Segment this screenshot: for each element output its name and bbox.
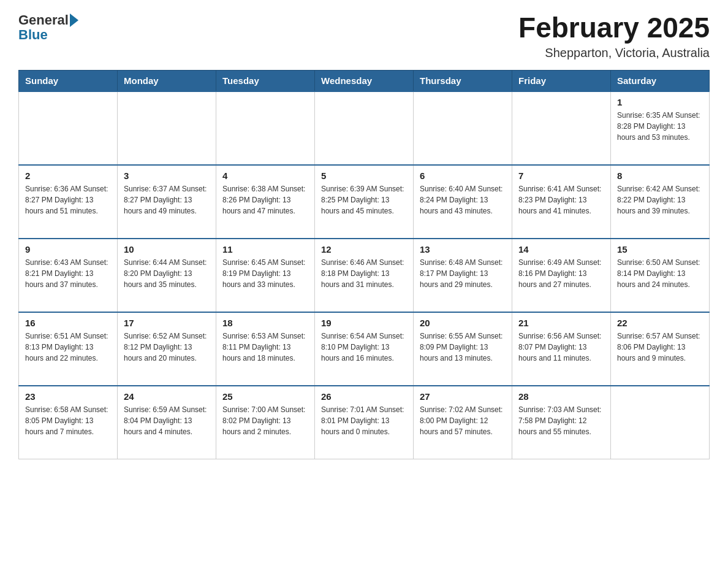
day-info: Sunrise: 7:01 AM Sunset: 8:01 PM Dayligh…	[321, 404, 407, 437]
calendar-cell: 3Sunrise: 6:37 AM Sunset: 8:27 PM Daylig…	[118, 165, 216, 239]
day-info: Sunrise: 6:44 AM Sunset: 8:20 PM Dayligh…	[124, 257, 210, 290]
day-info: Sunrise: 6:35 AM Sunset: 8:28 PM Dayligh…	[617, 110, 703, 143]
calendar-cell: 28Sunrise: 7:03 AM Sunset: 7:58 PM Dayli…	[512, 386, 611, 459]
calendar-cell: 7Sunrise: 6:41 AM Sunset: 8:23 PM Daylig…	[512, 165, 611, 239]
day-number: 13	[420, 244, 506, 255]
day-info: Sunrise: 6:48 AM Sunset: 8:17 PM Dayligh…	[420, 257, 506, 290]
day-number: 3	[124, 170, 210, 181]
day-number: 17	[124, 318, 210, 328]
day-number: 9	[25, 244, 111, 255]
day-number: 19	[321, 318, 407, 328]
weekday-header-tuesday: Tuesday	[216, 70, 315, 91]
day-number: 25	[222, 391, 308, 402]
day-number: 4	[222, 170, 308, 181]
day-info: Sunrise: 6:43 AM Sunset: 8:21 PM Dayligh…	[25, 257, 111, 290]
day-info: Sunrise: 6:46 AM Sunset: 8:18 PM Dayligh…	[321, 257, 407, 290]
calendar-cell: 27Sunrise: 7:02 AM Sunset: 8:00 PM Dayli…	[414, 386, 512, 459]
calendar-week-row: 2Sunrise: 6:36 AM Sunset: 8:27 PM Daylig…	[19, 165, 710, 239]
day-info: Sunrise: 6:55 AM Sunset: 8:09 PM Dayligh…	[420, 331, 506, 364]
day-info: Sunrise: 6:52 AM Sunset: 8:12 PM Dayligh…	[124, 331, 210, 364]
calendar-cell	[118, 91, 216, 165]
calendar-cell: 18Sunrise: 6:53 AM Sunset: 8:11 PM Dayli…	[216, 312, 315, 386]
day-info: Sunrise: 6:42 AM Sunset: 8:22 PM Dayligh…	[617, 183, 703, 216]
calendar-cell	[216, 91, 315, 165]
day-info: Sunrise: 6:36 AM Sunset: 8:27 PM Dayligh…	[25, 183, 111, 216]
calendar-cell	[414, 91, 512, 165]
logo-blue-text: Blue	[18, 27, 78, 43]
day-number: 16	[25, 318, 111, 328]
day-info: Sunrise: 6:53 AM Sunset: 8:11 PM Dayligh…	[222, 331, 308, 364]
day-number: 20	[420, 318, 506, 328]
calendar-cell: 11Sunrise: 6:45 AM Sunset: 8:19 PM Dayli…	[216, 239, 315, 312]
title-block: February 2025 Shepparton, Victoria, Aust…	[518, 12, 710, 60]
day-info: Sunrise: 7:02 AM Sunset: 8:00 PM Dayligh…	[420, 404, 506, 437]
calendar-table: SundayMondayTuesdayWednesdayThursdayFrid…	[18, 70, 710, 460]
day-info: Sunrise: 6:58 AM Sunset: 8:05 PM Dayligh…	[25, 404, 111, 437]
calendar-cell: 13Sunrise: 6:48 AM Sunset: 8:17 PM Dayli…	[414, 239, 512, 312]
calendar-cell: 15Sunrise: 6:50 AM Sunset: 8:14 PM Dayli…	[611, 239, 710, 312]
calendar-cell: 24Sunrise: 6:59 AM Sunset: 8:04 PM Dayli…	[118, 386, 216, 459]
day-number: 22	[617, 318, 703, 328]
day-number: 8	[617, 170, 703, 181]
day-info: Sunrise: 6:51 AM Sunset: 8:13 PM Dayligh…	[25, 331, 111, 364]
calendar-cell: 16Sunrise: 6:51 AM Sunset: 8:13 PM Dayli…	[19, 312, 118, 386]
calendar-cell: 12Sunrise: 6:46 AM Sunset: 8:18 PM Dayli…	[315, 239, 414, 312]
day-number: 18	[222, 318, 308, 328]
day-number: 14	[518, 244, 604, 255]
calendar-cell: 9Sunrise: 6:43 AM Sunset: 8:21 PM Daylig…	[19, 239, 118, 312]
weekday-header-saturday: Saturday	[611, 70, 710, 91]
logo: General Blue	[18, 12, 78, 43]
day-number: 2	[25, 170, 111, 181]
calendar-cell: 23Sunrise: 6:58 AM Sunset: 8:05 PM Dayli…	[19, 386, 118, 459]
day-info: Sunrise: 6:57 AM Sunset: 8:06 PM Dayligh…	[617, 331, 703, 364]
logo-general-text: General	[18, 12, 69, 28]
calendar-week-row: 16Sunrise: 6:51 AM Sunset: 8:13 PM Dayli…	[19, 312, 710, 386]
day-number: 7	[518, 170, 604, 181]
logo-arrow-icon	[70, 13, 78, 27]
calendar-cell: 10Sunrise: 6:44 AM Sunset: 8:20 PM Dayli…	[118, 239, 216, 312]
day-number: 26	[321, 391, 407, 402]
day-info: Sunrise: 7:00 AM Sunset: 8:02 PM Dayligh…	[222, 404, 308, 437]
day-info: Sunrise: 6:49 AM Sunset: 8:16 PM Dayligh…	[518, 257, 604, 290]
day-number: 24	[124, 391, 210, 402]
day-number: 27	[420, 391, 506, 402]
day-number: 12	[321, 244, 407, 255]
day-info: Sunrise: 6:59 AM Sunset: 8:04 PM Dayligh…	[124, 404, 210, 437]
calendar-cell: 25Sunrise: 7:00 AM Sunset: 8:02 PM Dayli…	[216, 386, 315, 459]
day-number: 11	[222, 244, 308, 255]
calendar-cell	[611, 386, 710, 459]
day-number: 21	[518, 318, 604, 328]
weekday-header-friday: Friday	[512, 70, 611, 91]
calendar-cell: 21Sunrise: 6:56 AM Sunset: 8:07 PM Dayli…	[512, 312, 611, 386]
calendar-header-row: SundayMondayTuesdayWednesdayThursdayFrid…	[19, 70, 710, 91]
day-info: Sunrise: 7:03 AM Sunset: 7:58 PM Dayligh…	[518, 404, 604, 437]
day-number: 5	[321, 170, 407, 181]
day-number: 28	[518, 391, 604, 402]
calendar-cell: 17Sunrise: 6:52 AM Sunset: 8:12 PM Dayli…	[118, 312, 216, 386]
calendar-cell	[512, 91, 611, 165]
calendar-cell	[19, 91, 118, 165]
day-info: Sunrise: 6:50 AM Sunset: 8:14 PM Dayligh…	[617, 257, 703, 290]
day-info: Sunrise: 6:37 AM Sunset: 8:27 PM Dayligh…	[124, 183, 210, 216]
page-title: February 2025	[518, 12, 710, 44]
calendar-week-row: 23Sunrise: 6:58 AM Sunset: 8:05 PM Dayli…	[19, 386, 710, 459]
calendar-cell	[315, 91, 414, 165]
day-info: Sunrise: 6:38 AM Sunset: 8:26 PM Dayligh…	[222, 183, 308, 216]
day-number: 10	[124, 244, 210, 255]
calendar-week-row: 1Sunrise: 6:35 AM Sunset: 8:28 PM Daylig…	[19, 91, 710, 165]
day-info: Sunrise: 6:40 AM Sunset: 8:24 PM Dayligh…	[420, 183, 506, 216]
day-info: Sunrise: 6:45 AM Sunset: 8:19 PM Dayligh…	[222, 257, 308, 290]
weekday-header-wednesday: Wednesday	[315, 70, 414, 91]
calendar-cell: 22Sunrise: 6:57 AM Sunset: 8:06 PM Dayli…	[611, 312, 710, 386]
day-info: Sunrise: 6:56 AM Sunset: 8:07 PM Dayligh…	[518, 331, 604, 364]
calendar-cell: 4Sunrise: 6:38 AM Sunset: 8:26 PM Daylig…	[216, 165, 315, 239]
calendar-cell: 14Sunrise: 6:49 AM Sunset: 8:16 PM Dayli…	[512, 239, 611, 312]
day-info: Sunrise: 6:39 AM Sunset: 8:25 PM Dayligh…	[321, 183, 407, 216]
day-number: 1	[617, 97, 703, 107]
day-number: 6	[420, 170, 506, 181]
calendar-cell: 19Sunrise: 6:54 AM Sunset: 8:10 PM Dayli…	[315, 312, 414, 386]
day-info: Sunrise: 6:54 AM Sunset: 8:10 PM Dayligh…	[321, 331, 407, 364]
page-subtitle: Shepparton, Victoria, Australia	[518, 46, 710, 60]
weekday-header-sunday: Sunday	[19, 70, 118, 91]
day-number: 15	[617, 244, 703, 255]
